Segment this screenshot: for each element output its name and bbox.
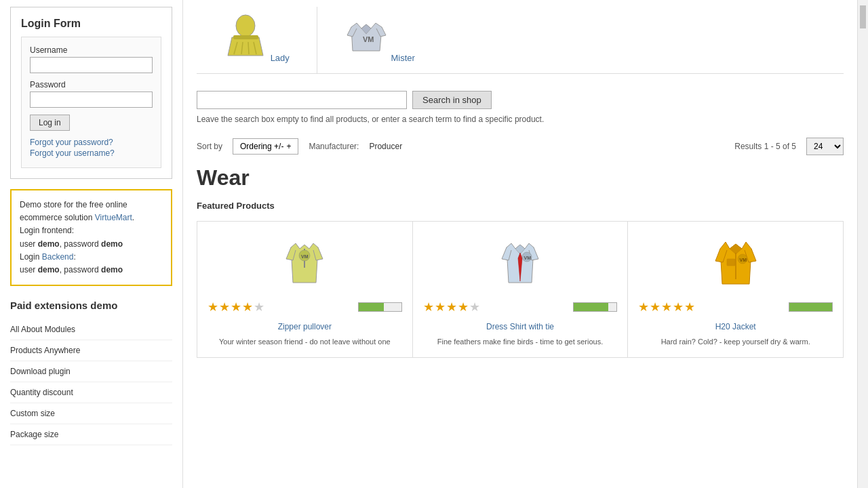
demo-backend-user-text: user demo, password demo [20,265,123,274]
ext-item-download-plugin: Download plugin [10,361,172,382]
backend-link[interactable]: Backend [42,252,74,262]
category-lady-label: Lady [271,53,290,63]
ext-item-package-size: Package size [10,424,172,445]
ordering-button[interactable]: Ordering +/- + [233,138,298,155]
search-input[interactable] [197,91,407,109]
search-area: Search in shop Leave the search box empt… [197,84,844,124]
forgot-links: Forgot your password? Forgot your userna… [30,138,153,158]
login-form-inner: Username Password Log in Forgot your pas… [21,37,161,168]
ordering-label: Ordering +/- [240,142,283,151]
main-content: Lady VM Mister [183,0,857,488]
progress-bar-wrap-h20-jacket [789,302,833,312]
filter-bar: Sort by Ordering +/- + Manufacturer: Pro… [197,138,844,155]
mister-icon: VM [344,14,389,58]
progress-bar-wrap-zipper-pullover [358,302,402,312]
star-3: ★ [446,300,457,314]
svg-text:VM: VM [524,256,532,260]
dress-shirt-icon: VM [496,235,544,289]
extensions-list: All About Modules Products Anywhere Down… [10,319,172,445]
demo-backend-text: Login Backend: [20,252,76,262]
product-link-zipper-pullover[interactable]: Zipper pullover [278,322,332,331]
forgot-username-link[interactable]: Forgot your username? [30,148,153,158]
category-mister-link[interactable]: VM Mister [344,53,415,63]
star-5: ★ [469,300,480,314]
star-2: ★ [650,300,660,314]
plus-icon: + [286,142,291,151]
stars-zipper-pullover: ★ ★ ★ ★ ★ [208,300,264,314]
product-desc-zipper-pullover: Your winter season friend - do not leave… [208,337,402,347]
star-1: ★ [423,300,434,314]
product-link-dress-shirt[interactable]: Dress Shirt with tie [486,322,554,331]
star-4: ★ [242,300,253,314]
ext-item-quantity-discount: Quantity discount [10,382,172,403]
star-3: ★ [231,300,241,314]
progress-fill [359,303,384,311]
star-5: ★ [684,300,695,314]
scrollbar-thumb[interactable] [858,3,868,30]
username-label: Username [30,45,153,55]
login-button[interactable]: Log in [30,115,70,131]
ext-item-custom-size: Custom size [10,403,172,424]
svg-point-0 [236,15,255,37]
product-name-dress-shirt: Dress Shirt with tie [423,321,618,331]
star-3: ★ [661,300,672,314]
demo-text-dot: . [132,213,134,222]
zipper-pullover-icon: VM [281,235,328,289]
category-title: Wear [197,165,844,190]
stars-row-dress-shirt: ★ ★ ★ ★ ★ [423,300,618,314]
login-form-box: Login Form Username Password Log in Forg… [10,7,172,179]
virtuemart-link[interactable]: VirtueMart [95,213,132,222]
results-info: Results 1 - 5 of 5 [734,142,796,151]
featured-products-label: Featured Products [197,201,844,211]
product-name-h20-jacket: H20 Jacket [638,321,833,331]
search-hint: Leave the search box empty to find all p… [197,115,844,124]
paid-extensions-title: Paid extensions demo [10,300,172,311]
progress-bar-dress-shirt [573,302,617,312]
star-5: ★ [254,300,264,314]
category-mister-label: Mister [391,53,414,63]
demo-login-text: Login frontend: [20,226,74,235]
product-card-dress-shirt: VM ★ ★ ★ ★ ★ Dress Shirt with tie [413,222,629,357]
forgot-password-link[interactable]: Forgot your password? [30,138,153,147]
product-link-h20-jacket[interactable]: H20 Jacket [715,322,756,331]
sort-label: Sort by [197,142,222,151]
product-image-h20-jacket: VM [638,232,833,293]
stars-dress-shirt: ★ ★ ★ ★ ★ [423,300,480,314]
stars-row-h20-jacket: ★ ★ ★ ★ ★ [638,300,833,314]
demo-info-box: Demo store for the free online ecommerce… [10,189,172,286]
product-desc-dress-shirt: Fine feathers make fine birds - time to … [423,337,618,347]
product-card-zipper-pullover: VM ★ ★ ★ ★ ★ Zipper pullover [197,222,413,357]
username-input[interactable] [30,57,153,73]
svg-rect-14 [727,259,735,266]
sidebar: Login Form Username Password Log in Forg… [0,0,183,488]
svg-line-5 [248,42,249,54]
category-lady: Lady [197,7,317,73]
scrollbar[interactable] [857,0,868,488]
progress-bar-h20-jacket [789,302,833,312]
manufacturer-label: Manufacturer: [309,142,359,151]
stars-row-zipper-pullover: ★ ★ ★ ★ ★ [208,300,402,314]
lady-icon [224,14,268,58]
svg-marker-1 [228,37,263,56]
progress-fill [789,303,832,311]
star-4: ★ [458,300,469,314]
products-grid: VM ★ ★ ★ ★ ★ Zipper pullover [197,221,844,358]
password-input[interactable] [30,92,153,108]
per-page-select[interactable]: 24 5 10 15 20 50 100 [806,138,844,155]
search-button[interactable]: Search in shop [412,91,492,109]
category-header: Lady VM Mister [197,7,844,74]
star-2: ★ [219,300,230,314]
category-mister: VM Mister [317,7,442,73]
login-form-title: Login Form [21,18,161,30]
product-card-h20-jacket: VM ★ ★ ★ ★ ★ H20 Jacket [628,222,843,357]
password-label: Password [30,80,153,89]
category-lady-link[interactable]: Lady [224,53,290,63]
svg-text:VM: VM [301,254,309,259]
star-1: ★ [638,300,649,314]
h20-jacket-icon: VM [712,235,760,289]
product-desc-h20-jacket: Hard rain? Cold? - keep yourself dry & w… [638,337,833,347]
progress-bar-wrap-dress-shirt [573,302,617,312]
svg-rect-2 [233,35,258,39]
star-1: ★ [208,300,218,314]
star-2: ★ [435,300,446,314]
